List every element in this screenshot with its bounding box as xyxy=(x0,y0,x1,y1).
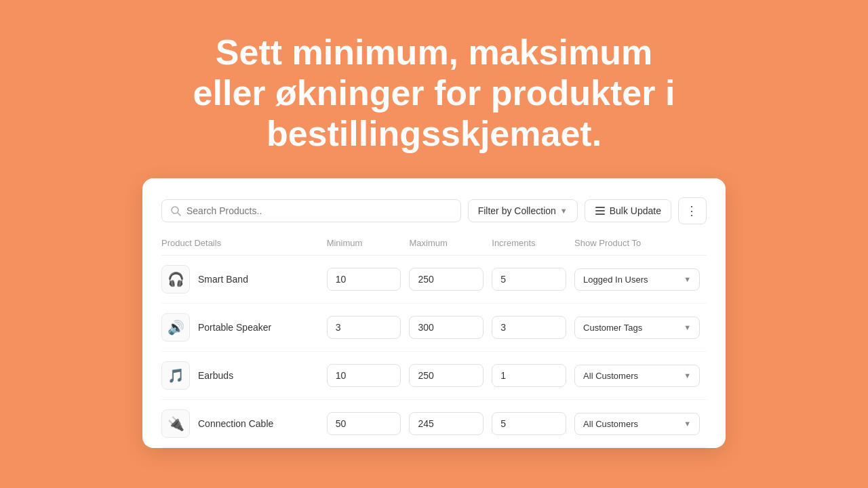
show-select-0[interactable]: Logged In Users ▼ xyxy=(574,268,700,291)
show-value-1: Customer Tags xyxy=(583,323,642,333)
col-product: Product Details xyxy=(161,238,327,248)
minimum-cell-1[interactable] xyxy=(327,316,410,339)
product-name-0: Smart Band xyxy=(198,274,248,285)
show-value-0: Logged In Users xyxy=(583,274,648,285)
maximum-cell-2[interactable] xyxy=(409,364,492,387)
show-cell-3[interactable]: All Customers ▼ xyxy=(574,413,707,435)
more-dots-icon: ⋮ xyxy=(686,203,699,218)
filter-button[interactable]: Filter by Collection ▼ xyxy=(468,199,578,222)
show-select-2[interactable]: All Customers ▼ xyxy=(574,365,700,387)
increments-cell-1[interactable] xyxy=(492,316,574,339)
main-card: Filter by Collection ▼ Bulk Update ⋮ Pro… xyxy=(142,178,726,448)
filter-label: Filter by Collection xyxy=(478,205,556,216)
more-options-button[interactable]: ⋮ xyxy=(678,197,707,224)
show-chevron-icon-3: ▼ xyxy=(684,420,691,428)
product-name-3: Connection Cable xyxy=(198,418,273,429)
maximum-input-0[interactable] xyxy=(409,268,484,291)
show-value-3: All Customers xyxy=(583,419,638,429)
search-icon xyxy=(170,205,181,216)
minimum-input-2[interactable] xyxy=(327,364,401,387)
show-chevron-icon-1: ▼ xyxy=(684,323,691,331)
table-row: 🎧 Smart Band Logged In Users ▼ xyxy=(161,256,707,304)
product-details-0: 🎧 Smart Band xyxy=(161,265,327,293)
increments-cell-0[interactable] xyxy=(492,268,574,291)
product-name-1: Portable Speaker xyxy=(198,322,271,333)
table-row: 🔊 Portable Speaker Customer Tags ▼ xyxy=(161,304,707,352)
table-row: 🔌 Connection Cable All Customers ▼ xyxy=(161,400,707,448)
table-row: 🎵 Earbuds All Customers ▼ xyxy=(161,352,707,400)
minimum-cell-2[interactable] xyxy=(327,364,410,387)
bulk-update-button[interactable]: Bulk Update xyxy=(585,199,671,222)
col-minimum: Minimum xyxy=(327,238,410,248)
col-increments: Increments xyxy=(492,238,574,248)
increments-cell-2[interactable] xyxy=(492,364,574,387)
minimum-input-3[interactable] xyxy=(327,412,401,435)
increments-input-2[interactable] xyxy=(492,364,566,387)
search-input[interactable] xyxy=(186,205,452,216)
increments-input-1[interactable] xyxy=(492,316,566,339)
show-cell-0[interactable]: Logged In Users ▼ xyxy=(574,268,707,291)
maximum-input-1[interactable] xyxy=(409,316,484,339)
minimum-cell-0[interactable] xyxy=(327,268,410,291)
bulk-icon xyxy=(595,205,606,216)
product-details-1: 🔊 Portable Speaker xyxy=(161,313,327,342)
bulk-label: Bulk Update xyxy=(610,205,661,216)
product-thumb-0: 🎧 xyxy=(161,265,190,293)
product-details-2: 🎵 Earbuds xyxy=(161,361,327,390)
increments-cell-3[interactable] xyxy=(492,412,574,435)
show-cell-2[interactable]: All Customers ▼ xyxy=(574,365,707,387)
product-thumb-2: 🎵 xyxy=(161,361,190,390)
maximum-cell-1[interactable] xyxy=(409,316,492,339)
col-maximum: Maximum xyxy=(409,238,492,248)
product-details-3: 🔌 Connection Cable xyxy=(161,409,327,438)
increments-input-3[interactable] xyxy=(492,412,566,435)
show-select-3[interactable]: All Customers ▼ xyxy=(574,413,700,435)
product-name-2: Earbuds xyxy=(198,370,233,381)
product-thumb-3: 🔌 xyxy=(161,409,190,438)
maximum-cell-3[interactable] xyxy=(409,412,492,435)
svg-rect-2 xyxy=(595,207,605,208)
maximum-input-3[interactable] xyxy=(409,412,484,435)
show-cell-1[interactable]: Customer Tags ▼ xyxy=(574,317,707,339)
maximum-input-2[interactable] xyxy=(409,364,484,387)
show-chevron-icon-0: ▼ xyxy=(684,275,691,283)
show-chevron-icon-2: ▼ xyxy=(684,371,691,380)
svg-rect-4 xyxy=(595,214,605,215)
filter-chevron-icon: ▼ xyxy=(560,207,568,215)
minimum-cell-3[interactable] xyxy=(327,412,410,435)
minimum-input-1[interactable] xyxy=(327,316,401,339)
show-value-2: All Customers xyxy=(583,371,638,381)
increments-input-0[interactable] xyxy=(492,268,566,291)
col-show: Show Product To xyxy=(574,238,707,248)
table-body: 🎧 Smart Band Logged In Users ▼ 🔊 Portabl… xyxy=(161,256,707,448)
hero-heading: Sett minimum, maksimum eller økninger fo… xyxy=(95,0,773,178)
svg-rect-3 xyxy=(595,210,605,211)
table-header: Product Details Minimum Maximum Incremen… xyxy=(161,238,707,256)
minimum-input-0[interactable] xyxy=(327,268,401,291)
maximum-cell-0[interactable] xyxy=(409,268,492,291)
toolbar: Filter by Collection ▼ Bulk Update ⋮ xyxy=(161,197,707,224)
search-box[interactable] xyxy=(161,199,461,222)
svg-line-1 xyxy=(178,213,180,216)
product-thumb-1: 🔊 xyxy=(161,313,190,342)
show-select-1[interactable]: Customer Tags ▼ xyxy=(574,317,700,339)
